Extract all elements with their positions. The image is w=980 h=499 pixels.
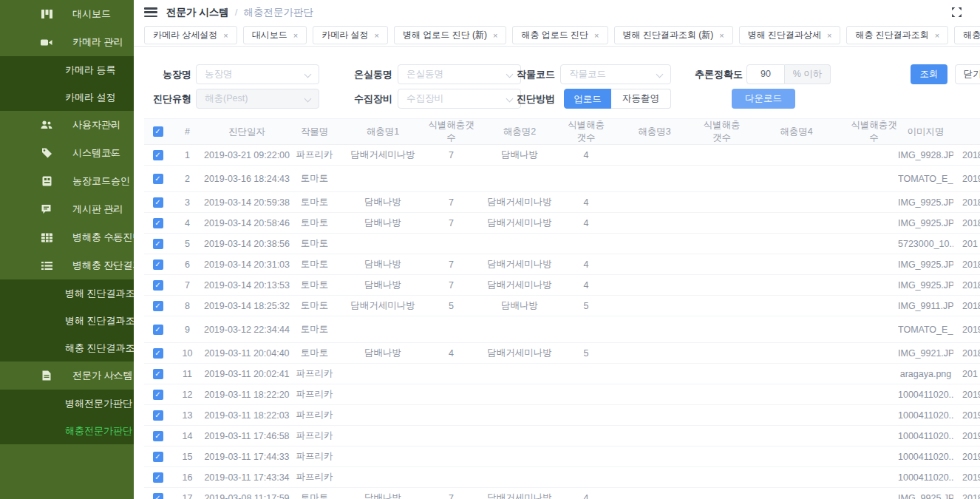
row-checkbox[interactable]: ✓ [144, 488, 171, 499]
checkbox-icon[interactable]: ✓ [153, 390, 163, 400]
table-row[interactable]: ✓ 13 2019-03-11 18:22:03 파프리카 1000411020… [144, 405, 980, 426]
tab-camera-settings[interactable]: 카메라 설정× [313, 26, 388, 44]
checkbox-icon[interactable]: ✓ [153, 369, 163, 379]
checkbox-icon[interactable]: ✓ [153, 410, 163, 421]
checkbox-icon[interactable]: ✓ [153, 239, 163, 249]
row-checkbox[interactable]: ✓ [144, 192, 171, 213]
search-button[interactable]: 조회 [911, 64, 947, 84]
tab-pest-upload-diagnosis[interactable]: 해충 업로드 진단× [512, 26, 608, 44]
checkbox-icon[interactable]: ✓ [153, 280, 163, 291]
close-icon[interactable]: × [375, 31, 379, 40]
table-row[interactable]: ✓ 6 2019-03-14 20:31:03 토마토 담배나방 7 담배거세미… [144, 254, 980, 275]
table-row[interactable]: ✓ 2 2019-03-16 18:24:43 토마토 TOMATO_E_... [144, 166, 980, 192]
close-icon[interactable]: × [935, 31, 939, 40]
sidebar-item-camera-settings[interactable]: 카메라 설정 [0, 84, 134, 111]
diagnosis-type-select[interactable]: 해충(Pest) [196, 89, 319, 109]
checkbox-icon[interactable]: ✓ [153, 259, 163, 270]
sidebar-item-disease-result-old[interactable]: 병해 진단결과조회 (舊) [0, 307, 134, 334]
select-all-checkbox[interactable]: ✓ [144, 119, 171, 145]
close-icon[interactable]: × [223, 31, 228, 40]
checkbox-icon[interactable]: ✓ [153, 174, 163, 184]
table-row[interactable]: ✓ 1 2019-03-21 09:22:00 파프리카 담배거세미나방 7 담… [144, 145, 980, 166]
close-icon[interactable]: × [719, 31, 724, 40]
sidebar-item-camera-register[interactable]: 카메라 등록 [0, 56, 134, 84]
greenhouse-select[interactable]: 온실동명 [398, 64, 521, 84]
sidebar-item-manual-diagnosis[interactable]: 병해충 수동진단 [0, 223, 134, 251]
method-upload-button[interactable]: 업로드 [564, 89, 611, 109]
table-row[interactable]: ✓ 9 2019-03-12 22:34:44 토마토 TOMATO_E_... [144, 316, 980, 343]
table-row[interactable]: ✓ 5 2019-03-14 20:38:56 토마토 5723000_10..… [144, 234, 980, 254]
tab-camera-detail-settings[interactable]: 카메라 상세설정× [144, 26, 237, 44]
row-checkbox[interactable]: ✓ [144, 213, 171, 234]
table-row[interactable]: ✓ 10 2019-03-11 20:04:40 토마토 담배나방 4 담배거세… [144, 343, 980, 364]
table-row[interactable]: ✓ 11 2019-03-11 20:02:41 파프리카 aragaya.pn… [144, 364, 980, 384]
sidebar-item-pest-expert[interactable]: 해충전문가판단 [0, 417, 134, 444]
row-checkbox[interactable]: ✓ [144, 234, 171, 254]
table-row[interactable]: ✓ 15 2019-03-11 17:44:33 파프리카 1000411020… [144, 447, 980, 467]
checkbox-icon[interactable]: ✓ [153, 218, 163, 228]
table-row[interactable]: ✓ 16 2019-03-11 17:43:34 파프리카 1000411020… [144, 467, 980, 488]
download-button[interactable]: 다운로드 [732, 89, 795, 109]
table-row[interactable]: ✓ 3 2019-03-14 20:59:38 토마토 담배나방 7 담배거세미… [144, 192, 980, 213]
sidebar-item-board-management[interactable]: 게시판 관리 [0, 195, 134, 223]
tab-dashboard[interactable]: 대시보드× [243, 26, 307, 44]
checkbox-icon[interactable]: ✓ [153, 301, 163, 311]
sidebar-item-disease-result-new[interactable]: 병해 진단결과조회 (新) [0, 279, 134, 307]
checkbox-icon[interactable]: ✓ [153, 493, 163, 499]
table-row[interactable]: ✓ 7 2019-03-14 20:13:53 토마토 담배나방 7 담배거세미… [144, 275, 980, 296]
row-checkbox[interactable]: ✓ [144, 467, 171, 488]
sidebar-item-dashboard[interactable]: 대시보드 [0, 0, 134, 28]
menu-icon[interactable] [144, 7, 157, 17]
row-checkbox[interactable]: ✓ [144, 364, 171, 384]
row-checkbox[interactable]: ✓ [144, 316, 171, 343]
farm-name-select[interactable]: 농장명 [196, 64, 319, 84]
sidebar-item-expert-system[interactable]: 전문가 시스템 [0, 361, 134, 390]
checkbox-icon[interactable]: ✓ [153, 126, 163, 137]
checkbox-icon[interactable]: ✓ [153, 325, 163, 335]
fullscreen-icon[interactable] [951, 7, 962, 21]
tab-disease-result-detail[interactable]: 병해 진단결과상세× [739, 26, 841, 44]
sidebar-item-pest-result[interactable]: 해충 진단결과조회 [0, 334, 134, 361]
row-checkbox[interactable]: ✓ [144, 296, 171, 316]
row-checkbox[interactable]: ✓ [144, 166, 171, 192]
table-row[interactable]: ✓ 8 2019-03-14 18:25:32 토마토 담배거세미나방 5 담배… [144, 296, 980, 316]
checkbox-icon[interactable]: ✓ [153, 472, 163, 483]
table-row[interactable]: ✓ 12 2019-03-11 18:22:20 파프리카 1000411020… [144, 384, 980, 405]
tab-disease-upload-diagnosis-new[interactable]: 병해 업로드 진단 (新)× [394, 26, 506, 44]
table-row[interactable]: ✓ 4 2019-03-14 20:58:46 토마토 담배나방 7 담배거세미… [144, 213, 980, 234]
row-checkbox[interactable]: ✓ [144, 275, 171, 296]
sidebar-item-disease-expert[interactable]: 병해전문가판단 [0, 390, 134, 417]
close-icon[interactable]: × [827, 31, 831, 40]
tab-disease-result-inquiry-new[interactable]: 병해 진단결과조회 (新)× [614, 26, 733, 44]
row-checkbox[interactable]: ✓ [144, 426, 171, 447]
tab-pest-result-inquiry[interactable]: 해충 진단결과조회× [846, 26, 948, 44]
device-select[interactable]: 수집장비 [398, 89, 521, 109]
sidebar-item-camera-management[interactable]: 카메라 관리 [0, 28, 134, 56]
row-checkbox[interactable]: ✓ [144, 145, 171, 166]
row-checkbox[interactable]: ✓ [144, 405, 171, 426]
checkbox-icon[interactable]: ✓ [153, 150, 163, 160]
checkbox-icon[interactable]: ✓ [153, 452, 163, 462]
close-icon[interactable]: × [293, 31, 298, 40]
table-row[interactable]: ✓ 17 2019-03-08 11:17:59 토마토 담배나방 7 담배거세… [144, 488, 980, 499]
checkbox-icon[interactable]: ✓ [153, 431, 163, 441]
tab-pest-result-detail[interactable]: 해충 진단결과상세× [954, 26, 980, 44]
row-checkbox[interactable]: ✓ [144, 447, 171, 467]
table-row[interactable]: ✓ 14 2019-03-11 17:46:58 파프리카 1000411020… [144, 426, 980, 447]
checkbox-icon[interactable]: ✓ [153, 197, 163, 208]
checkbox-icon[interactable]: ✓ [153, 348, 163, 359]
sidebar-item-user-management[interactable]: 사용자관리 [0, 111, 134, 139]
sidebar-item-diagnosis-result[interactable]: 병해충 진단결과 [0, 251, 134, 279]
row-checkbox[interactable]: ✓ [144, 254, 171, 275]
crop-code-select[interactable]: 작물코드 [560, 64, 671, 84]
close-button[interactable]: 닫기 [955, 64, 980, 84]
close-icon[interactable]: × [594, 31, 599, 40]
row-checkbox[interactable]: ✓ [144, 343, 171, 364]
row-checkbox[interactable]: ✓ [144, 384, 171, 405]
sidebar-item-system-code[interactable]: 시스템코드 [0, 139, 134, 167]
method-auto-button[interactable]: 자동촬영 [611, 89, 671, 109]
cell-pest-name-2 [475, 166, 564, 192]
sidebar-item-farm-code-approval[interactable]: 농장코드승인 [0, 167, 134, 195]
close-icon[interactable]: × [493, 31, 497, 40]
accuracy-input[interactable]: 90 [746, 64, 785, 84]
